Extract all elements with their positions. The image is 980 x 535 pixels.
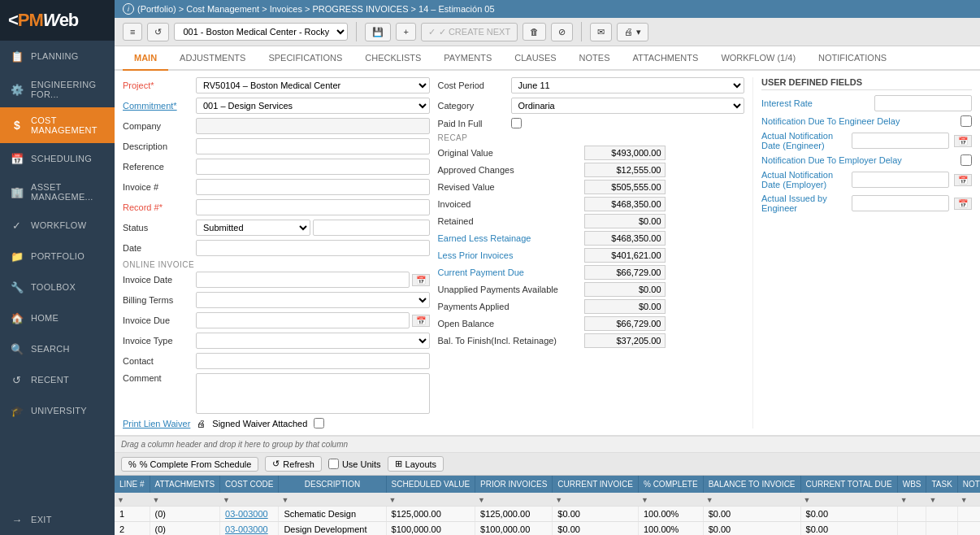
filter-notes-icon[interactable]: ▼ <box>960 496 968 504</box>
logo: <PMWeb <box>0 0 115 41</box>
cost-period-field[interactable]: June 11 <box>511 77 745 94</box>
actual-notif-employer-field[interactable] <box>852 172 949 188</box>
description-field[interactable]: Estimación 05 <box>196 138 430 154</box>
filter-curr-icon[interactable]: ▼ <box>555 496 562 504</box>
cell-balance_to_invoice: $0.00 <box>703 522 800 536</box>
commitment-field[interactable]: 001 – Design Services <box>196 98 430 114</box>
sidebar-item-toolbox[interactable]: 🔧 TOOLBOX <box>0 272 115 302</box>
tab-main[interactable]: MAIN <box>123 46 168 71</box>
filter-desc-icon[interactable]: ▼ <box>281 496 288 504</box>
refresh-button[interactable]: ↺ Refresh <box>265 456 322 472</box>
cost-code-link[interactable]: 03-003000 <box>225 524 268 534</box>
tab-attachments[interactable]: ATTACHMENTS <box>622 46 710 71</box>
notif-engineer-checkbox[interactable] <box>960 115 972 127</box>
menu-button[interactable]: ≡ <box>123 23 142 41</box>
cost-code-link[interactable]: 03-003000 <box>225 509 268 519</box>
planning-icon: 📋 <box>10 49 24 63</box>
sidebar-item-exit[interactable]: → EXIT <box>0 504 115 535</box>
filter-line-icon[interactable]: ▼ <box>117 496 124 504</box>
sidebar-item-planning[interactable]: 📋 PLANNING <box>0 41 115 72</box>
record-field[interactable]: 14 <box>196 199 430 215</box>
actual-notif-engineer-row: Actual Notification Date (Engineer) 📅 <box>761 131 972 150</box>
sidebar-item-university[interactable]: 🎓 UNIVERSITY <box>0 395 115 426</box>
actual-issued-field[interactable] <box>852 195 949 211</box>
actual-notif-engineer-field[interactable] <box>852 133 949 149</box>
commitment-label[interactable]: Commitment* <box>123 101 196 111</box>
filter-attach-icon[interactable]: ▼ <box>153 496 160 504</box>
earned-less-label[interactable]: Earned Less Retainage <box>438 233 584 243</box>
tab-adjustments[interactable]: ADJUSTMENTS <box>168 46 257 71</box>
table-row[interactable]: 1(0)03-003000Schematic Design$125,000.00… <box>115 507 980 522</box>
print-lien-waiver-link[interactable]: Print Lien Waiver <box>123 419 190 428</box>
invoice-date-field[interactable]: 03-05-2018 <box>196 272 410 288</box>
filter-wbs-icon[interactable]: ▼ <box>900 496 908 504</box>
sidebar-item-engineering[interactable]: ⚙️ ENGINEERING FOR... <box>0 72 115 107</box>
col-wbs: WBS <box>897 476 926 493</box>
form-middle: Cost Period June 11 Category Ordinaria P… <box>438 77 745 428</box>
project-select[interactable]: 001 - Boston Medical Center - Rocky <box>174 23 348 41</box>
col-pct-complete: % COMPLETE <box>638 476 703 493</box>
use-units-checkbox[interactable] <box>328 459 339 469</box>
print-button[interactable]: 🖨 ▾ <box>617 23 648 41</box>
sidebar-item-search[interactable]: 🔍 SEARCH <box>0 333 115 364</box>
less-prior-label[interactable]: Less Prior Invoices <box>438 250 584 260</box>
cell-description: Design Development <box>279 522 386 536</box>
filter-task-icon[interactable]: ▼ <box>929 496 936 504</box>
exit-icon: → <box>10 512 24 527</box>
notif-employer-checkbox[interactable] <box>960 154 972 166</box>
tab-nav: MAIN ADJUSTMENTS SPECIFICATIONS CHECKLIS… <box>115 46 980 71</box>
billing-terms-field[interactable] <box>196 292 430 308</box>
tab-notifications[interactable]: NOTIFICATIONS <box>807 46 898 71</box>
tab-clauses[interactable]: CLAUSES <box>503 46 567 71</box>
email-button[interactable]: ✉ <box>590 23 612 41</box>
sidebar-item-recent[interactable]: ↺ RECENT <box>0 364 115 395</box>
layouts-button[interactable]: ⊞ Layouts <box>388 456 444 472</box>
invoice-date-picker[interactable]: 📅 <box>412 274 430 286</box>
actual-issued-picker[interactable]: 📅 <box>954 198 972 210</box>
pct-complete-button[interactable]: % % Complete From Schedule <box>121 457 258 472</box>
tab-checklists[interactable]: CHECKLISTS <box>353 46 432 71</box>
filter-prior-icon[interactable]: ▼ <box>478 496 485 504</box>
table-row[interactable]: 2(0)03-003000Design Development$100,000.… <box>115 522 980 536</box>
project-field[interactable]: RV50104 – Boston Medical Center <box>196 77 430 94</box>
invoice-due-field[interactable] <box>196 312 410 328</box>
history-button[interactable]: ↺ <box>147 23 169 41</box>
filter-pct-icon[interactable]: ▼ <box>641 496 648 504</box>
filter-total-icon[interactable]: ▼ <box>804 496 811 504</box>
invoice-due-picker[interactable]: 📅 <box>412 315 430 327</box>
sidebar-item-portfolio[interactable]: 📁 PORTFOLIO <box>0 241 115 272</box>
filter-cost-icon[interactable]: ▼ <box>223 496 230 504</box>
add-button[interactable]: + <box>396 23 415 41</box>
save-button[interactable]: 💾 <box>365 23 391 41</box>
actual-notif-employer-picker[interactable]: 📅 <box>954 174 972 186</box>
sidebar-item-asset[interactable]: 🏢 ASSET MANAGEME... <box>0 174 115 210</box>
tab-workflow[interactable]: WORKFLOW (1/4) <box>709 46 807 71</box>
sidebar-item-scheduling[interactable]: 📅 SCHEDULING <box>0 143 115 174</box>
paid-in-full-checkbox[interactable] <box>511 118 522 128</box>
contact-field[interactable] <box>196 353 430 369</box>
date-field[interactable]: 03-05-2018 <box>196 240 430 256</box>
current-payment-label[interactable]: Current Payment Due <box>438 268 584 277</box>
signed-waiver-checkbox[interactable] <box>314 418 324 428</box>
tab-specifications[interactable]: SPECIFICATIONS <box>257 46 353 71</box>
tab-notes[interactable]: NOTES <box>568 46 622 71</box>
sidebar-item-workflow[interactable]: ✓ WORKFLOW <box>0 210 115 241</box>
category-field[interactable]: Ordinaria <box>511 98 745 114</box>
invoice-num-field[interactable]: 8 <box>196 179 430 195</box>
billing-terms-group: Billing Terms <box>123 292 430 308</box>
sidebar-item-cost[interactable]: $ COST MANAGEMENT <box>0 107 115 143</box>
status-field[interactable]: Submitted <box>196 220 310 236</box>
create-next-button[interactable]: ✓ ✓ CREATE NEXT <box>421 23 518 41</box>
invoice-type-field[interactable] <box>196 333 430 349</box>
reference-field[interactable] <box>196 159 430 175</box>
filter-bal-icon[interactable]: ▼ <box>706 496 713 504</box>
status-num-field[interactable]: 0 <box>313 220 429 236</box>
actual-notif-engineer-picker[interactable]: 📅 <box>954 135 972 147</box>
delete-button[interactable]: 🗑 <box>523 23 546 41</box>
sidebar-item-home[interactable]: 🏠 HOME <box>0 302 115 333</box>
interest-rate-field[interactable]: 0.00 <box>874 95 972 111</box>
tab-payments[interactable]: PAYMENTS <box>432 46 503 71</box>
comment-field[interactable] <box>196 373 430 414</box>
cancel-button[interactable]: ⊘ <box>551 23 573 41</box>
filter-sched-icon[interactable]: ▼ <box>389 496 397 504</box>
